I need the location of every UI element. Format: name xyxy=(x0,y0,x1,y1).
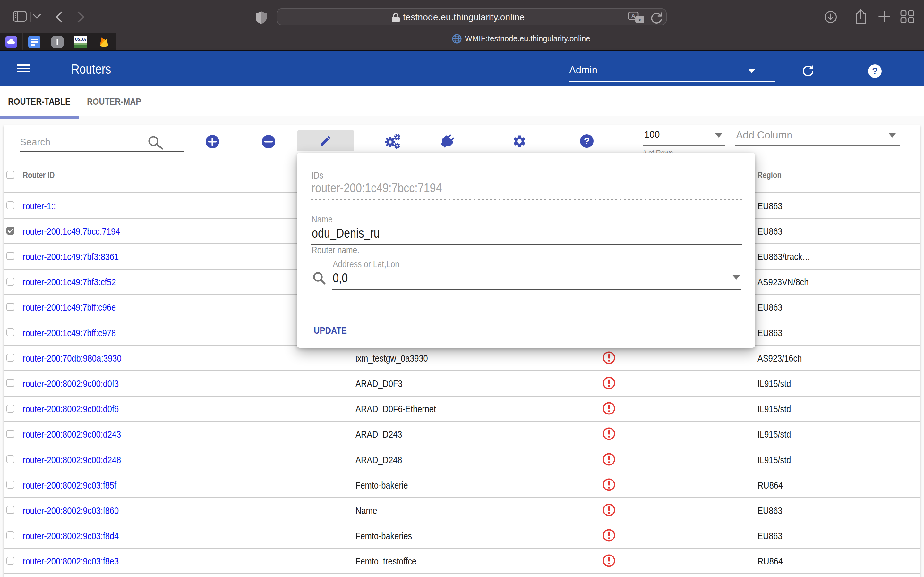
svg-text:A: A xyxy=(632,13,635,19)
svg-text:x: x xyxy=(638,17,641,23)
svg-text:USDA: USDA xyxy=(75,37,86,42)
svg-text:?: ? xyxy=(872,66,878,76)
svg-text:?: ? xyxy=(584,135,590,146)
